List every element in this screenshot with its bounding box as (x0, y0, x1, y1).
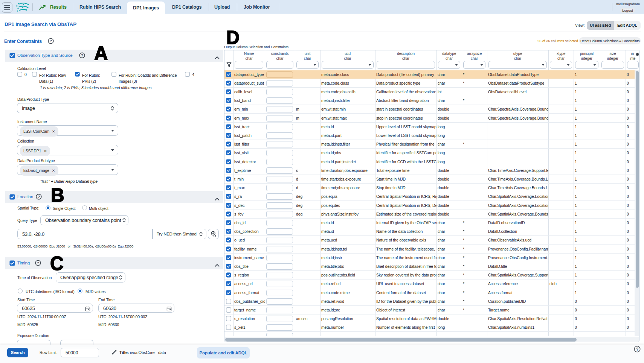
svg-text:?: ? (81, 53, 83, 57)
svg-text:?: ? (37, 261, 39, 265)
svg-text:?: ? (636, 347, 639, 351)
svg-text:?: ? (50, 39, 52, 43)
svg-text:?: ? (38, 194, 40, 199)
